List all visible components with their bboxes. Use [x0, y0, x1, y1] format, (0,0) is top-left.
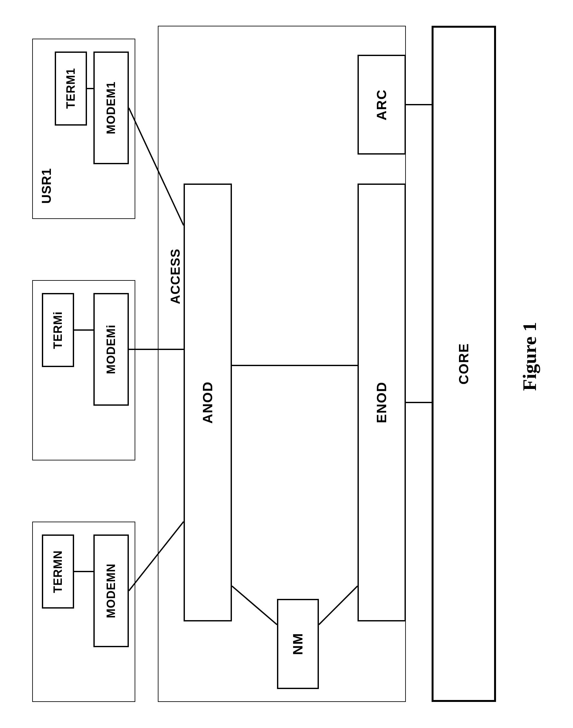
diagram-canvas: CORE ACCESS ARC ENOD ANOD NM USR1 TERM1 …	[13, 13, 561, 715]
anod-label: ANOD	[200, 381, 215, 424]
core-label: CORE	[456, 343, 472, 384]
nm-label: NM	[290, 633, 306, 655]
usr1-label: USR1	[39, 168, 54, 204]
usr1-term-label: TERM1	[64, 68, 77, 109]
arc-block: ARC	[358, 55, 406, 155]
usri-modem-label: MODEMi	[104, 325, 118, 374]
usri-term: TERMi	[42, 293, 74, 367]
enod-block: ENOD	[358, 183, 406, 621]
access-label: ACCESS	[168, 248, 183, 304]
enod-label: ENOD	[374, 382, 389, 423]
figure-label: Figure 1	[519, 322, 541, 391]
usern-modem-label: MODEMN	[104, 563, 118, 618]
usern-term: TERMN	[42, 535, 74, 609]
usr1-modem: MODEM1	[93, 52, 129, 164]
nm-block: NM	[277, 599, 319, 689]
usri-term-label: TERMi	[51, 312, 65, 349]
anod-block: ANOD	[184, 183, 232, 621]
usr1-term: TERM1	[55, 52, 87, 125]
usern-term-label: TERMN	[51, 550, 65, 593]
usr1-modem-label: MODEM1	[104, 81, 118, 134]
usern-modem: MODEMN	[93, 535, 129, 647]
core-block: CORE	[432, 26, 496, 702]
arc-label: ARC	[374, 89, 389, 120]
usri-modem: MODEMi	[93, 293, 129, 406]
